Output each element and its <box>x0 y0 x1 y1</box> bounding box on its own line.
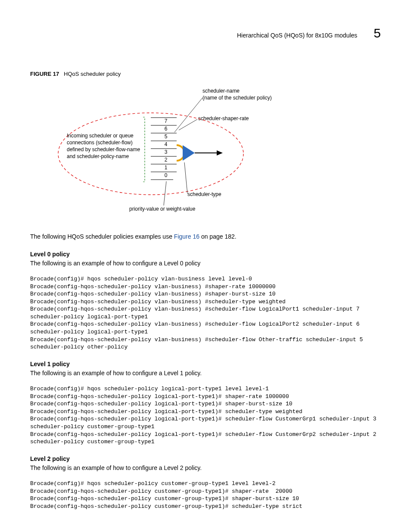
page-header: Hierarchical QoS (HQoS) for 8x10G module… <box>30 26 381 40</box>
slot-3: 3 <box>165 149 168 155</box>
label-incoming-4: and scheduler-policy-name <box>67 153 129 159</box>
level1-code: Brocade(config)# hqos scheduler-policy l… <box>30 385 381 445</box>
figure-label: FIGURE 17 <box>30 71 59 77</box>
figure-16-link[interactable]: Figure 16 <box>174 233 199 240</box>
figure-caption: FIGURE 17 HQoS scheduler policy <box>30 71 381 77</box>
intro-paragraph: The following HQoS scheduler policies ex… <box>30 233 381 241</box>
slot-5: 5 <box>165 134 168 140</box>
chapter-number: 5 <box>374 26 381 40</box>
svg-line-14 <box>184 162 187 193</box>
level0-code: Brocade(config)# hqos scheduler-policy v… <box>30 275 381 351</box>
level0-heading: Level 0 policy <box>30 251 381 258</box>
label-shaper-rate: scheduler-shaper-rate <box>198 115 249 121</box>
level0-intro: The following is an example of how to co… <box>30 259 381 268</box>
label-priority-weight: priority-value or weight-value <box>129 206 196 212</box>
label-scheduler-type: scheduler-type <box>187 191 221 197</box>
intro-suffix: on page 182. <box>199 233 237 240</box>
level1-heading: Level 1 policy <box>30 361 381 367</box>
svg-marker-12 <box>183 145 195 161</box>
scheduler-diagram: scheduler-name (name of the scheduler po… <box>43 85 381 220</box>
slot-2: 2 <box>165 157 168 163</box>
figure-title: HQoS scheduler policy <box>64 71 121 77</box>
label-incoming-1: Incoming scheduler or queue <box>67 133 134 139</box>
level2-code: Brocade(config)# hqos scheduler-policy c… <box>30 480 381 510</box>
svg-line-1 <box>179 119 197 130</box>
slot-1: 1 <box>165 165 168 171</box>
slot-7: 7 <box>165 118 168 124</box>
label-scheduler-name-2: (name of the scheduler policy) <box>202 95 272 101</box>
intro-prefix: The following HQoS scheduler policies ex… <box>30 233 174 240</box>
slot-6: 6 <box>165 126 168 132</box>
svg-line-15 <box>164 181 166 205</box>
svg-line-0 <box>174 98 202 132</box>
slot-4: 4 <box>165 141 168 147</box>
level2-heading: Level 2 policy <box>30 455 381 462</box>
label-incoming-3: defined by scheduler-flow-name <box>67 146 140 152</box>
level1-intro: The following is an example of how to co… <box>30 369 381 378</box>
header-title: Hierarchical QoS (HQoS) for 8x10G module… <box>237 32 357 39</box>
label-incoming-2: connections (scheduler-flow) <box>67 140 133 146</box>
label-scheduler-name-1: scheduler-name <box>202 88 240 94</box>
level2-intro: The following is an example of how to co… <box>30 464 381 473</box>
slot-0: 0 <box>165 172 168 178</box>
